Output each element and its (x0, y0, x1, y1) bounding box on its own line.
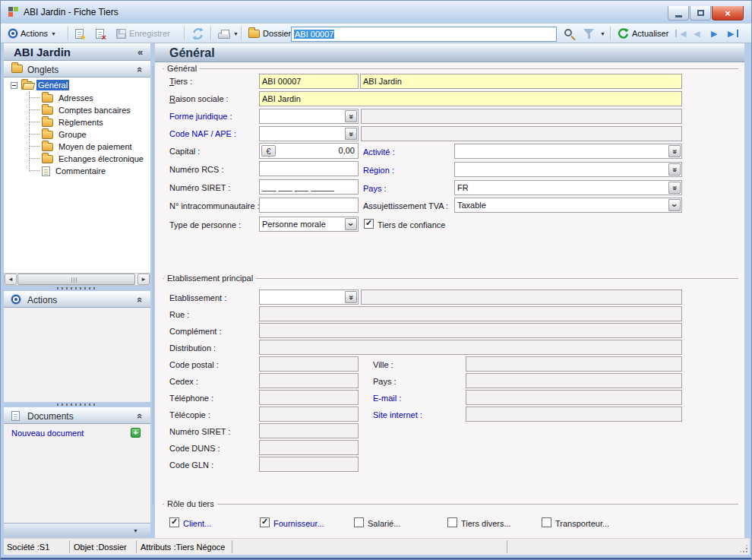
tree-item-moyen-de-paiement[interactable]: Moyen de paiement (42, 141, 134, 153)
refresh-button[interactable] (188, 25, 207, 42)
activite-combo[interactable]: » (454, 144, 682, 159)
activite-label[interactable]: Activité : (363, 147, 395, 157)
combo-button[interactable]: › (668, 199, 681, 211)
tiers-code-field[interactable]: ABI 00007 (259, 74, 359, 89)
type-de-personne-combo[interactable]: Personne morale › (259, 217, 359, 232)
cedex-field[interactable] (259, 373, 359, 388)
fournisseur-checkbox[interactable]: ✓ (260, 517, 270, 527)
tiers-divers-label[interactable]: Tiers divers... (461, 519, 511, 529)
maximize-button[interactable] (690, 6, 711, 21)
currency-button[interactable]: € (261, 145, 276, 157)
tree-item-groupe[interactable]: Groupe (42, 128, 88, 141)
search-input[interactable]: ABI 00007 (291, 27, 557, 42)
tiers-divers-checkbox[interactable] (447, 517, 457, 527)
salarie-label[interactable]: Salarié... (368, 519, 400, 529)
pays-combo[interactable]: FR » (454, 180, 682, 195)
tree-item-commentaire[interactable]: Commentaire (42, 165, 107, 177)
documents-collapse-icon[interactable]: « (134, 413, 146, 419)
documents-panel-header[interactable]: Documents « (4, 407, 150, 424)
rue-field[interactable] (259, 306, 682, 321)
distribution-field[interactable] (259, 340, 682, 355)
intracommunautaire-field[interactable] (259, 198, 359, 213)
combo-button[interactable]: » (345, 110, 357, 122)
sidebar-horizontal-scrollbar[interactable]: ◂ ▸ (4, 273, 150, 286)
ville-field[interactable] (466, 356, 682, 372)
telecopie-field[interactable] (259, 407, 359, 422)
delete-record-button[interactable]: × (93, 25, 107, 42)
email-label[interactable]: E-mail : (373, 394, 401, 403)
capital-field[interactable]: € 0,00 (259, 143, 359, 159)
fournisseur-label[interactable]: Fournisseur... (273, 519, 324, 529)
nav-first-button[interactable]: ◀ (672, 25, 689, 42)
onglets-collapse-icon[interactable]: « (134, 67, 146, 72)
numero-siret-field[interactable]: ___ ___ ___ _____ (259, 179, 359, 195)
save-button[interactable]: Enregistrer (113, 25, 173, 42)
tree-item-adresses[interactable]: Adresses (42, 92, 95, 104)
scrollbar-thumb[interactable] (17, 274, 135, 285)
tree-item-comptes-bancaires[interactable]: Comptes bancaires (42, 104, 132, 116)
pays-label[interactable]: Pays : (363, 184, 387, 194)
nav-last-button[interactable]: ▶ (725, 25, 741, 42)
code-postal-field[interactable] (259, 356, 359, 372)
assujettissement-tva-combo[interactable]: Taxable › (454, 198, 682, 213)
salarie-checkbox[interactable] (354, 517, 364, 527)
code-naf-label[interactable]: Code NAF / APE : (169, 129, 236, 139)
nav-next-button[interactable]: ▶ (708, 25, 720, 42)
panel-splitter[interactable] (57, 287, 96, 289)
actualiser-button[interactable]: Actualiser (615, 25, 671, 42)
forme-juridique-label[interactable]: Forme juridique : (169, 112, 232, 122)
transporteur-label[interactable]: Transporteur... (555, 519, 609, 529)
combo-button[interactable]: › (345, 218, 357, 230)
code-gln-field[interactable] (259, 457, 359, 472)
actions-panel-header[interactable]: Actions « (4, 291, 150, 308)
etablissement-combo[interactable]: » (259, 289, 359, 305)
raison-sociale-field[interactable]: ABI Jardin (259, 91, 682, 106)
scroll-left-button[interactable]: ◂ (5, 274, 17, 285)
region-label[interactable]: Région : (363, 166, 394, 176)
combo-button[interactable]: » (345, 128, 357, 140)
combo-button[interactable]: » (668, 163, 681, 176)
new-document-link[interactable]: Nouveau document (11, 429, 84, 438)
etablissement-pays-field[interactable] (466, 373, 682, 388)
search-icon[interactable] (564, 29, 572, 36)
minimize-button[interactable] (668, 6, 689, 21)
telephone-field[interactable] (259, 390, 359, 405)
forme-juridique-combo[interactable]: » (259, 109, 359, 124)
transporteur-checkbox[interactable] (542, 517, 551, 527)
filter-dropdown-icon[interactable]: ▼ (600, 31, 605, 36)
vertical-splitter[interactable] (153, 66, 153, 504)
filter-icon[interactable] (583, 29, 594, 35)
close-button[interactable]: × (712, 6, 744, 21)
combo-button[interactable]: » (668, 145, 681, 157)
panel-splitter[interactable] (57, 403, 96, 406)
site-internet-field[interactable] (466, 407, 682, 422)
actions-collapse-icon[interactable]: « (134, 297, 146, 302)
resize-grip-icon[interactable] (739, 544, 748, 553)
dossier-button[interactable]: Dossier (245, 25, 294, 42)
code-duns-field[interactable] (259, 440, 359, 455)
actions-menu-button[interactable]: Actions ▼ (5, 25, 59, 42)
combo-button[interactable]: » (345, 291, 357, 303)
sidebar-collapse-icon[interactable]: « (137, 46, 143, 58)
tree-item-echanges-electronique[interactable]: Echanges électronique (42, 153, 145, 165)
nav-previous-button[interactable]: ◀ (690, 25, 703, 42)
sidebar-overflow-icon[interactable]: ▼ (133, 528, 138, 533)
etablissement-siret-field[interactable] (259, 423, 359, 438)
tiers-name-field[interactable]: ABI Jardin (360, 74, 682, 89)
tree-item-reglements[interactable]: Règlements (42, 116, 105, 128)
complement-field[interactable] (259, 323, 682, 338)
numero-rcs-field[interactable] (259, 161, 359, 176)
scroll-right-button[interactable]: ▸ (137, 274, 150, 285)
new-record-button[interactable]: ★ (72, 25, 87, 42)
tiers-de-confiance-checkbox[interactable]: ✓ (364, 219, 374, 229)
client-label[interactable]: Client... (183, 519, 211, 529)
client-checkbox[interactable]: ✓ (169, 517, 179, 527)
tree-collapse-icon[interactable] (11, 82, 17, 89)
print-button[interactable]: ▼ (215, 25, 242, 42)
tree-item-general[interactable]: Général (11, 79, 69, 91)
site-internet-label[interactable]: Site internet : (373, 410, 422, 420)
code-naf-combo[interactable]: » (259, 126, 359, 141)
combo-button[interactable]: » (668, 182, 681, 194)
email-field[interactable] (466, 390, 682, 405)
region-combo[interactable]: » (454, 162, 682, 177)
